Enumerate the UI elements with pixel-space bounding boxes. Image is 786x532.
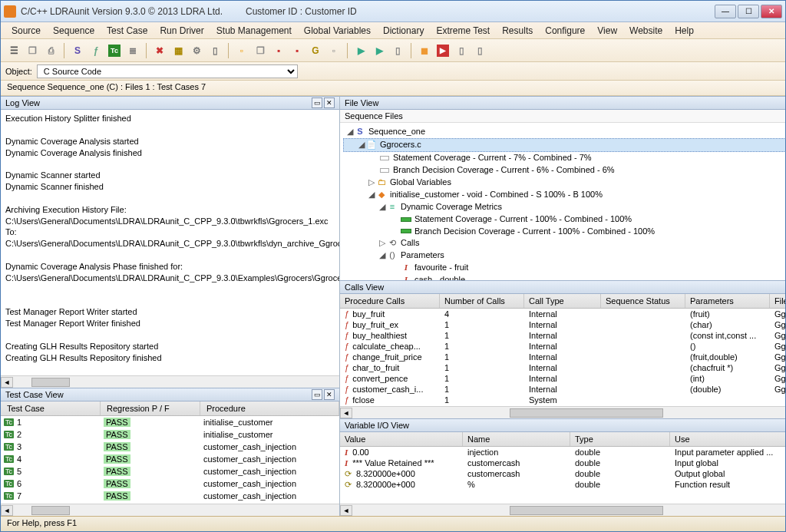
file-view-title: File View	[345, 98, 378, 107]
testcase-row[interactable]: Tc3 PASS customer_cash_injection	[1, 441, 339, 453]
menu-sequence[interactable]: Sequence	[47, 24, 101, 38]
tool-copy-icon[interactable]: ❐	[24, 42, 41, 59]
calls-row[interactable]: ƒfclose 1 System	[340, 395, 785, 405]
panel-close-icon[interactable]: ✕	[324, 97, 335, 108]
menu-website[interactable]: Website	[623, 24, 669, 38]
testcase-row[interactable]: Tc7 PASS customer_cash_injection	[1, 490, 339, 502]
tool-global-icon[interactable]: G	[307, 42, 324, 59]
vario-hscrollbar[interactable]: ◄►	[340, 504, 785, 516]
col-file-name[interactable]: File Name	[770, 294, 785, 308]
testcase-row[interactable]: Tc6 PASS customer_cash_injection	[1, 477, 339, 490]
col-procedure[interactable]: Procedure	[200, 401, 339, 415]
calls-row[interactable]: ƒcustomer_cash_i... 1 Internal (double) …	[340, 384, 785, 395]
tool-new-icon[interactable]: ▫	[233, 42, 250, 59]
menu-help[interactable]: Help	[669, 24, 700, 38]
tool-play-icon[interactable]: ▶	[352, 42, 369, 59]
object-label: Object:	[5, 67, 32, 76]
tool-files-icon[interactable]: ▪	[270, 42, 287, 59]
panel-close-icon[interactable]: ✕	[324, 389, 335, 400]
menubar: SourceSequenceTest CaseRun DriverStub Ma…	[1, 22, 785, 39]
col-procedure-calls[interactable]: Procedure Calls	[340, 294, 440, 308]
calls-row[interactable]: ƒconvert_pence 1 Internal (int) Ggrocers…	[340, 373, 785, 384]
sequence-files-heading: Sequence Files	[340, 110, 785, 123]
tool-tree-icon[interactable]: ☰	[5, 42, 22, 59]
close-button[interactable]: ✕	[761, 5, 782, 18]
col-seq-status[interactable]: Sequence Status	[601, 294, 685, 308]
menu-stub-management[interactable]: Stub Management	[210, 24, 298, 38]
variable-io-view-panel: Variable I/O View ▭ ✕ Value Name Type Us…	[340, 418, 785, 516]
statusbar: For Help, press F1	[1, 516, 785, 531]
calls-row[interactable]: ƒchar_to_fruit 1 Internal (chacfruit *) …	[340, 362, 785, 373]
col-name[interactable]: Name	[463, 432, 570, 446]
tool-save-icon[interactable]: ⎙	[42, 42, 59, 59]
log-view-title: Log View	[5, 98, 40, 107]
tool-rstop-icon[interactable]: ▯	[471, 42, 488, 59]
variable-io-view-title: Variable I/O View	[345, 421, 409, 430]
vario-row[interactable]: I*** Value Retained *** customercash dou…	[340, 458, 785, 468]
panel-pin-icon[interactable]: ▭	[312, 389, 322, 400]
vario-row[interactable]: I0.00 injection double Input parameter a…	[340, 447, 785, 458]
menu-global-variables[interactable]: Global Variables	[298, 24, 377, 38]
col-use[interactable]: Use	[670, 432, 785, 446]
tool-run-icon[interactable]: ◼	[416, 42, 433, 59]
tool-delete-icon[interactable]: ✖	[151, 42, 168, 59]
calls-header: Procedure Calls Number of Calls Call Typ…	[340, 294, 785, 309]
calls-row[interactable]: ƒbuy_fruit 4 Internal (fruit) Ggrocers.c	[340, 309, 785, 319]
tool-rplay-icon[interactable]: ▶	[434, 42, 451, 59]
object-bar: Object: C Source Code	[1, 62, 785, 81]
maximize-button[interactable]: ☐	[738, 5, 759, 18]
test-case-view-panel: Test Case View ▭ ✕ Test Case Regression …	[1, 388, 339, 516]
col-value[interactable]: Value	[340, 432, 463, 446]
tool-rstep-icon[interactable]: ▯	[453, 42, 470, 59]
vario-row[interactable]: ⟳8.320000e+000 customercash double Outpu…	[340, 468, 785, 479]
tool-mod-icon[interactable]: ▫	[325, 42, 342, 59]
menu-test-case[interactable]: Test Case	[101, 24, 154, 38]
calls-row[interactable]: ƒbuy_fruit_ex 1 Internal (char) Ggrocers…	[340, 319, 785, 330]
testcase-row[interactable]: Tc1 PASS initialise_customer	[1, 416, 339, 428]
col-parameters[interactable]: Parameters	[685, 294, 770, 308]
tool-testcase-icon[interactable]: Tc	[106, 42, 123, 59]
tool-rec-icon[interactable]: ▯	[389, 42, 406, 59]
tool-grid-icon[interactable]: ▦	[170, 42, 187, 59]
calls-view-title: Calls View	[345, 283, 384, 292]
calls-row[interactable]: ƒchange_fruit_price 1 Internal (fruit,do…	[340, 352, 785, 362]
testcase-row[interactable]: Tc4 PASS customer_cash_injection	[1, 453, 339, 465]
col-testcase[interactable]: Test Case	[1, 401, 101, 415]
window-title: C/C++ LDRAunit Version 9.3.0 © 2013 LDRA…	[21, 6, 715, 17]
menu-source[interactable]: Source	[5, 24, 47, 38]
minimize-button[interactable]: —	[715, 5, 736, 18]
log-hscrollbar[interactable]: ◄	[1, 375, 339, 388]
tool-list-icon[interactable]: ≣	[124, 42, 141, 59]
calls-row[interactable]: ƒbuy_healthiest 1 Internal (const int,co…	[340, 330, 785, 341]
log-content: Execution History Splitter finished Dyna…	[1, 110, 339, 375]
tool-stack-icon[interactable]: ▪	[289, 42, 305, 59]
panel-pin-icon[interactable]: ▭	[312, 97, 322, 108]
calls-row[interactable]: ƒcalculate_cheap... 1 Internal () Ggroce…	[340, 341, 785, 352]
calls-hscrollbar[interactable]: ◄►	[340, 406, 785, 418]
testcase-row[interactable]: Tc5 PASS customer_cash_injection	[1, 465, 339, 477]
col-regression[interactable]: Regression P / F	[101, 401, 200, 415]
col-number-calls[interactable]: Number of Calls	[440, 294, 524, 308]
file-tree[interactable]: ◢SSequence_one ◢📄Ggrocers.c Statement Co…	[340, 123, 785, 280]
vario-row[interactable]: ⟳8.320000e+000 % double Function result …	[340, 479, 785, 490]
tc-hscrollbar[interactable]: ◄	[1, 504, 339, 516]
menu-run-driver[interactable]: Run Driver	[154, 24, 210, 38]
object-combo[interactable]: C Source Code	[37, 64, 298, 78]
tool-copy2-icon[interactable]: ❐	[252, 42, 269, 59]
testcase-header: Test Case Regression P / F Procedure	[1, 401, 339, 416]
menu-results[interactable]: Results	[496, 24, 539, 38]
sequence-bar: Sequence Sequence_one (C) : Files 1 : Te…	[1, 81, 785, 96]
menu-configure[interactable]: Configure	[539, 24, 591, 38]
menu-extreme-test[interactable]: Extreme Test	[430, 24, 496, 38]
tool-gear-icon[interactable]: ⚙	[188, 42, 205, 59]
col-call-type[interactable]: Call Type	[524, 294, 601, 308]
col-type[interactable]: Type	[570, 432, 670, 446]
tool-sequence-icon[interactable]: S	[69, 42, 86, 59]
menu-view[interactable]: View	[591, 24, 623, 38]
app-icon	[4, 5, 16, 18]
testcase-row[interactable]: Tc2 PASS initialise_customer	[1, 428, 339, 441]
menu-dictionary[interactable]: Dictionary	[377, 24, 430, 38]
tool-play2-icon[interactable]: ▶	[371, 42, 388, 59]
tool-func-icon[interactable]: ƒ	[88, 42, 104, 59]
tool-doc-icon[interactable]: ▯	[206, 42, 223, 59]
